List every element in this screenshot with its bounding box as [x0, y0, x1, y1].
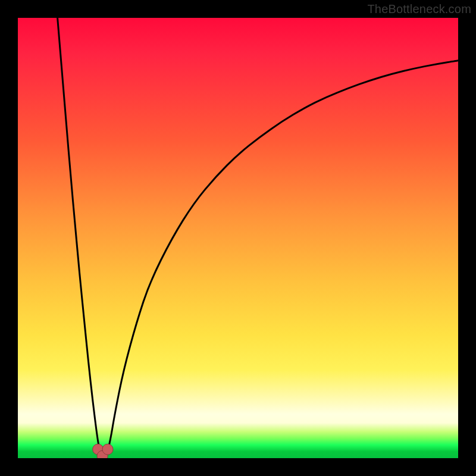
watermark-text: TheBottleneck.com	[367, 2, 471, 16]
chart-frame: TheBottleneck.com	[0, 0, 476, 476]
curves-layer	[18, 18, 458, 458]
curve-right-branch	[106, 61, 458, 458]
curve-left-branch	[58, 18, 102, 458]
min-markers	[93, 444, 113, 458]
plot-area	[18, 18, 458, 458]
marker-min-right	[102, 444, 113, 455]
